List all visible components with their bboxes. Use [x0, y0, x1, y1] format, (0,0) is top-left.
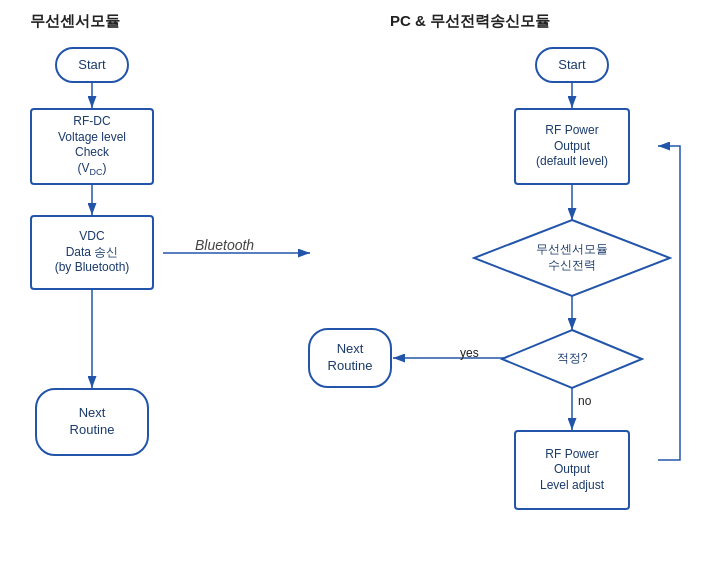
right-next-routine-text: NextRoutine	[328, 341, 373, 375]
right-start: Start	[535, 47, 609, 83]
right-leveladjust-text: RF PowerOutputLevel adjust	[540, 447, 604, 494]
left-vdc-box: VDCData 송신(by Bluetooth)	[30, 215, 154, 290]
no-label: no	[578, 394, 591, 408]
left-next-routine-text: NextRoutine	[70, 405, 115, 439]
header-left: 무선센서모듈	[30, 12, 120, 31]
adequate-diamond-text: 적정?	[500, 328, 644, 390]
right-rfpower-text: RF PowerOutput(default level)	[536, 123, 608, 170]
left-rfdc-text: RF-DCVoltage levelCheck(VDC)	[58, 114, 126, 179]
right-leveladjust-box: RF PowerOutputLevel adjust	[514, 430, 630, 510]
left-next-routine: NextRoutine	[35, 388, 149, 456]
left-rfdc-box: RF-DCVoltage levelCheck(VDC)	[30, 108, 154, 185]
right-adequate-diamond-container: 적정?	[500, 328, 644, 390]
bluetooth-label: Bluetooth	[195, 237, 254, 253]
yes-label: yes	[460, 346, 479, 360]
sensor-diamond-text: 무선센서모듈수신전력	[472, 218, 672, 298]
left-start: Start	[55, 47, 129, 83]
header-right: PC & 무선전력송신모듈	[390, 12, 550, 31]
left-vdc-text: VDCData 송신(by Bluetooth)	[55, 229, 130, 276]
right-sensor-diamond-container: 무선센서모듈수신전력	[472, 218, 672, 298]
right-next-routine: NextRoutine	[308, 328, 392, 388]
right-rfpower-box: RF PowerOutput(default level)	[514, 108, 630, 185]
